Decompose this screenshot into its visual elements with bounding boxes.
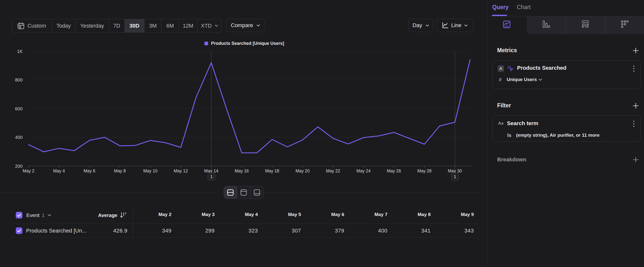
svg-text:May 28: May 28 <box>418 168 432 173</box>
svg-text:May 12: May 12 <box>174 168 188 173</box>
svg-text:200: 200 <box>15 164 23 169</box>
svg-text:May 2: May 2 <box>23 168 34 173</box>
svg-text:May 8: May 8 <box>114 168 126 173</box>
svg-text:May 4: May 4 <box>53 168 65 173</box>
svg-text:May 14: May 14 <box>204 168 218 173</box>
svg-text:May 30: May 30 <box>448 168 462 173</box>
svg-text:May 20: May 20 <box>296 168 310 173</box>
svg-text:May 16: May 16 <box>235 168 249 173</box>
svg-text:May 10: May 10 <box>144 168 158 173</box>
svg-text:May 18: May 18 <box>265 168 279 173</box>
svg-text:800: 800 <box>15 77 23 83</box>
svg-text:May 26: May 26 <box>387 168 401 173</box>
svg-text:400: 400 <box>15 135 23 140</box>
svg-text:1K: 1K <box>17 49 23 54</box>
svg-text:May 6: May 6 <box>84 168 96 173</box>
svg-text:May 24: May 24 <box>356 168 371 173</box>
svg-text:May 22: May 22 <box>326 168 340 173</box>
svg-text:600: 600 <box>15 106 23 111</box>
